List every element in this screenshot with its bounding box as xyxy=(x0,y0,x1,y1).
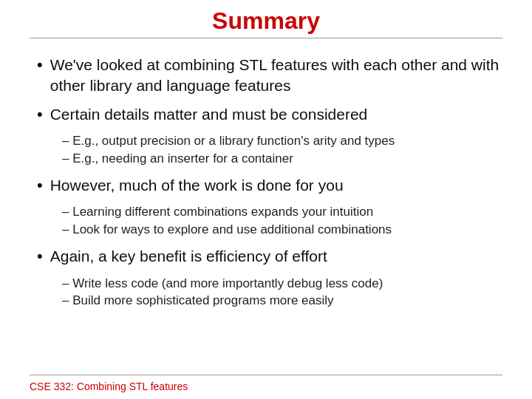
slide-title: Summary xyxy=(30,7,502,35)
sub-bullets-3: Learning different combinations expands … xyxy=(62,203,502,239)
sub-bullet-4-2: Build more sophisticated programs more e… xyxy=(62,292,502,310)
bullet-dot-4: • xyxy=(37,246,43,267)
sub-bullet-2-1: E.g., output precision or a library func… xyxy=(62,132,502,150)
sub-bullets-4: Write less code (and more importantly de… xyxy=(62,275,502,310)
slide: Summary • We've looked at combining STL … xyxy=(0,0,532,399)
content-area: • We've looked at combining STL features… xyxy=(30,43,502,375)
bullet-text-3: However, much of the work is done for yo… xyxy=(50,175,344,196)
bullet-item-4: • Again, a key benefit is efficiency of … xyxy=(37,246,502,267)
bullet-text-2: Certain details matter and must be consi… xyxy=(50,104,368,125)
bullet-text-1: We've looked at combining STL features w… xyxy=(50,55,502,97)
bullet-dot-1: • xyxy=(37,55,43,76)
sub-bullet-4-1: Write less code (and more importantly de… xyxy=(62,275,502,293)
title-section: Summary xyxy=(30,0,502,43)
bullet-item-2: • Certain details matter and must be con… xyxy=(37,104,502,126)
bullet-dot-2: • xyxy=(37,104,43,126)
bullet-text-4: Again, a key benefit is efficiency of ef… xyxy=(50,246,327,267)
sub-bullets-2: E.g., output precision or a library func… xyxy=(62,132,502,168)
sub-bullet-2-2: E.g., needing an inserter for a containe… xyxy=(62,150,502,168)
footer-text: CSE 332: Combining STL features xyxy=(30,381,188,392)
footer: CSE 332: Combining STL features xyxy=(30,380,502,399)
bullet-item-1: • We've looked at combining STL features… xyxy=(37,55,502,97)
footer-divider xyxy=(30,375,502,375)
bullet-item-3: • However, much of the work is done for … xyxy=(37,175,502,197)
title-divider xyxy=(30,38,502,38)
footer-section: CSE 332: Combining STL features xyxy=(30,375,502,399)
sub-bullet-3-2: Look for ways to explore and use additio… xyxy=(62,221,502,239)
bullet-dot-3: • xyxy=(37,175,43,197)
sub-bullet-3-1: Learning different combinations expands … xyxy=(62,203,502,221)
